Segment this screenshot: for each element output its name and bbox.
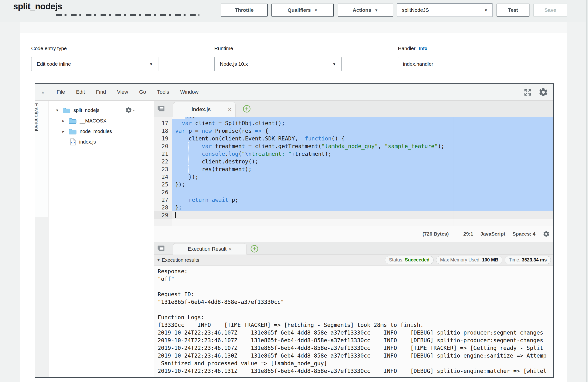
code-line-26[interactable]: 26 [154,188,553,196]
tree-item-index.js[interactable]: index.js [48,137,154,147]
tree-item-node_modules[interactable]: ▸node_modules [48,126,154,137]
tab-execution-result[interactable]: Execution Result × [173,243,247,255]
line-number: 21 [154,150,172,158]
header-toolbar: Throttle Qualifiers ▼ Actions ▼ splitNod… [221,3,567,17]
runtime-value: Node.js 10.x [220,61,248,67]
result-badge: Status: Succeeded [385,256,434,264]
caret-right-icon[interactable]: ▸ [63,118,69,123]
line-number: 29 [154,211,172,219]
text-cursor [175,212,176,218]
editor-preferences-gear-icon[interactable] [538,87,548,97]
tab-label: Execution Result [188,246,226,252]
menu-item-go[interactable]: Go [134,89,152,95]
menu-item-edit[interactable]: Edit [71,89,90,95]
actions-button[interactable]: Actions ▼ [338,4,393,17]
log-line: 2019-10-24T22:23:46.107Z 131e865f-6eb4-4… [154,329,553,336]
status-gear-icon[interactable] [543,230,550,237]
handler-info-link[interactable]: Info [419,46,427,51]
clipped-scrolled-content [56,14,199,16]
log-line [154,283,553,290]
code-line-17[interactable]: 17 var client = SplitObj.client(); [154,119,553,127]
language-mode[interactable]: JavaScript [481,231,505,237]
code-entry-type-label: Code entry type [31,46,158,51]
tab-list-icon[interactable] [157,104,165,113]
partial-line-16: }); [154,117,553,119]
handler-field: Handler Info [398,46,525,71]
execution-results-label: Execution results [162,257,199,263]
code-line-22[interactable]: 22 client.destroy(); [154,158,553,165]
cursor-position[interactable]: 29:1 [463,231,473,237]
code-line-21[interactable]: 21 console.log("\ntreatment: "+treatment… [154,150,553,158]
code-line-24[interactable]: 24 }); [154,173,553,181]
test-event-select[interactable]: splitNodeJS ▼ [397,3,493,17]
selection-highlight [185,117,553,119]
code-line-25[interactable]: 25}); [154,181,553,188]
menu-item-view[interactable]: View [112,89,134,95]
code-line-28[interactable]: 28}; [154,204,553,211]
code-line-19[interactable]: 19 client.on(client.Event.SDK_READY, fun… [154,135,553,142]
line-number: 20 [154,142,172,150]
file-tree: ▾split_nodejs▾▸__MACOSX▸node_modulesinde… [48,101,154,377]
tab-label: index.js [191,107,211,113]
menu-item-window[interactable]: Window [175,89,204,95]
tree-item-__MACOSX[interactable]: ▸__MACOSX [48,115,154,126]
code-lines: 17 var client = SplitObj.client();18var … [154,119,553,219]
log-line: 2019-10-24T22:23:46.131Z 131e865f-6eb4-4… [154,367,553,375]
tree-item-split_nodejs[interactable]: ▾split_nodejs▾ [48,105,154,115]
log-line: f13330cc INFO [TIME TRACKER] => [Fetchin… [154,321,553,329]
page-scrollbar[interactable] [586,0,588,382]
fullscreen-icon[interactable] [524,88,532,96]
collapse-results-icon[interactable]: ▾ [157,257,160,263]
indentation-setting[interactable]: Spaces: 4 [512,231,535,237]
editor-column: index.js × }); 17 var client = SplitObj.… [154,101,553,377]
editor-status-bar: (726 Bytes) 29:1 JavaScript Spaces: 4 [154,226,553,242]
environment-tab-label: Environment [34,103,39,131]
tab-list-icon[interactable] [157,244,165,252]
code-line-29[interactable]: 29 [154,211,553,219]
new-tab-icon[interactable] [250,245,259,253]
log-output[interactable]: Response:"off" Request ID:"131e865f-6eb4… [154,266,553,377]
code-entry-type-select[interactable]: Edit code inline ▼ [31,57,158,71]
status-badges: Status: SucceededMax Memory Used: 100 MB… [385,256,553,264]
code-line-18[interactable]: 18var p = new Promise(res => { [154,127,553,135]
aws-lambda-function-page: split_nodejs Throttle Qualifiers ▼ Actio… [0,0,588,382]
code-line-27[interactable]: 27 return await p; [154,196,553,204]
handler-input[interactable] [398,57,525,71]
tree-item-label: index.js [79,139,96,145]
menu-item-file[interactable]: File [51,89,71,95]
save-button[interactable]: Save [533,4,567,17]
collapse-panel-icon[interactable]: ▲ [41,90,45,95]
line-number: 28 [154,204,172,211]
throttle-button[interactable]: Throttle [221,4,268,17]
tree-settings-gear-icon[interactable]: ▾ [125,107,135,114]
new-tab-icon[interactable] [242,104,251,113]
caret-right-icon[interactable]: ▸ [63,129,69,134]
page-title: split_nodejs [13,1,62,12]
close-tab-icon[interactable]: × [229,246,232,253]
code-editor[interactable]: }); 17 var client = SplitObj.client();18… [154,117,553,226]
log-line [154,306,553,313]
chevron-down-icon: ▼ [149,62,153,66]
log-line: "131e865f-6eb4-4dd8-858e-a37ef13330cc" [154,298,553,306]
test-button[interactable]: Test [497,4,529,17]
menu-item-tools[interactable]: Tools [151,89,174,95]
result-badge: Time: 3523.34 ms [505,256,551,264]
console-tab-bar: Execution Result × [154,242,553,254]
chevron-down-icon: ▼ [314,8,318,12]
line-number: 26 [154,188,172,196]
close-tab-icon[interactable]: × [228,106,231,113]
line-number: 17 [154,119,172,127]
code-line-23[interactable]: 23 res(treatment); [154,165,553,173]
menu-item-find[interactable]: Find [90,89,112,95]
runtime-select[interactable]: Node.js 10.x ▼ [214,57,341,71]
editor-tab-bar: index.js × [154,101,553,117]
log-line: "off" [154,275,553,283]
qualifiers-button[interactable]: Qualifiers ▼ [272,4,334,17]
window-edge [1,0,1,382]
log-line: 2019-10-24T22:23:46.107Z 131e865f-6eb4-4… [154,344,553,352]
tab-index-js[interactable]: index.js × [173,102,236,117]
code-line-20[interactable]: 20 var treatment = client.getTreatment("… [154,142,553,150]
caret-down-icon[interactable]: ▾ [56,108,63,113]
environment-tab[interactable]: Environment [35,101,48,217]
line-number: 24 [154,173,172,181]
